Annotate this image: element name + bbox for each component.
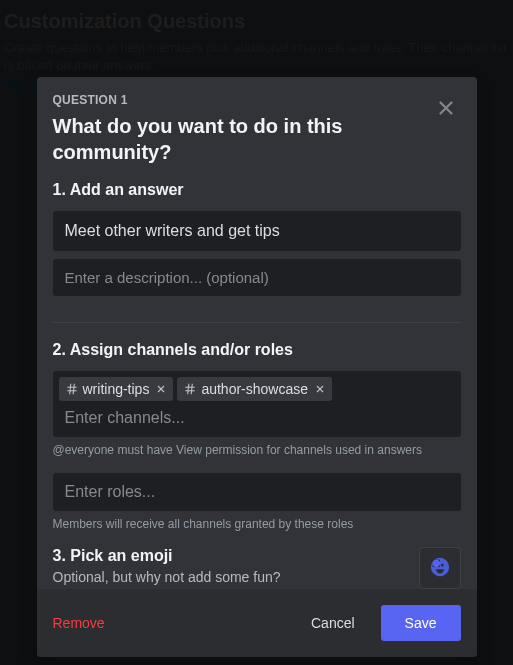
answer-input[interactable] xyxy=(53,211,461,251)
svg-line-10 xyxy=(188,384,189,395)
remove-tag-icon[interactable] xyxy=(314,383,326,395)
modal-overlay: QUESTION 1 What do you want to do in thi… xyxy=(0,0,513,665)
modal-body: 1. Add an answer 2. Assign channels and/… xyxy=(37,181,477,589)
svg-line-4 xyxy=(69,384,70,395)
channel-tag-label: author-showcase xyxy=(201,381,308,397)
emoji-picker-button[interactable] xyxy=(419,547,461,589)
channel-tag[interactable]: writing-tips xyxy=(59,377,174,401)
description-input[interactable] xyxy=(53,259,461,296)
modal-header: QUESTION 1 What do you want to do in thi… xyxy=(37,77,477,181)
save-button[interactable]: Save xyxy=(381,605,461,641)
channels-helper-text: @everyone must have View permission for … xyxy=(53,443,461,457)
remove-button[interactable]: Remove xyxy=(53,605,123,641)
close-button[interactable] xyxy=(431,93,461,126)
divider xyxy=(53,322,461,323)
emoji-icon xyxy=(429,556,451,581)
modal-footer: Remove Cancel Save xyxy=(37,589,477,657)
question-number-label: QUESTION 1 xyxy=(53,93,461,107)
close-icon xyxy=(435,97,457,122)
question-title: What do you want to do in this community… xyxy=(53,113,461,165)
section-add-answer-title: 1. Add an answer xyxy=(53,181,461,199)
channel-tag-label: writing-tips xyxy=(83,381,150,397)
svg-point-14 xyxy=(432,559,439,566)
channels-tag-input[interactable]: writing-tips author-showcase xyxy=(53,371,461,437)
svg-line-11 xyxy=(192,384,193,395)
roles-tag-input[interactable] xyxy=(53,473,461,511)
remove-tag-icon[interactable] xyxy=(155,383,167,395)
svg-line-5 xyxy=(73,384,74,395)
section-emoji-title: 3. Pick an emoji xyxy=(53,547,281,565)
emoji-section: 3. Pick an emoji Optional, but why not a… xyxy=(53,547,461,589)
question-modal: QUESTION 1 What do you want to do in thi… xyxy=(37,77,477,657)
emoji-subtitle: Optional, but why not add some fun? xyxy=(53,569,281,585)
channel-tag[interactable]: author-showcase xyxy=(177,377,332,401)
roles-input[interactable] xyxy=(59,479,455,505)
hash-icon xyxy=(65,382,79,396)
hash-icon xyxy=(183,382,197,396)
channels-input[interactable] xyxy=(59,405,455,431)
roles-helper-text: Members will receive all channels grante… xyxy=(53,517,461,531)
section-assign-title: 2. Assign channels and/or roles xyxy=(53,341,461,359)
cancel-button[interactable]: Cancel xyxy=(293,605,373,641)
